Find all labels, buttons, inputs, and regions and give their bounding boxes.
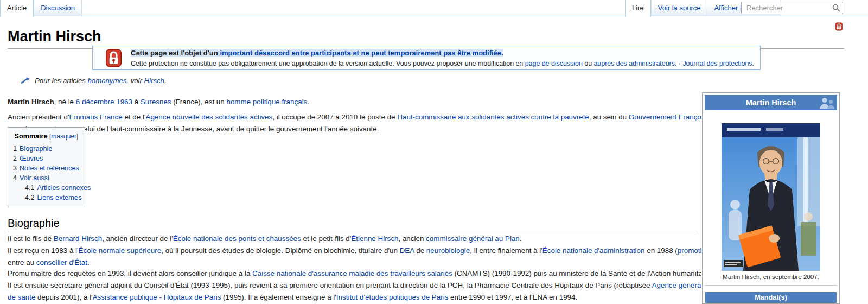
paragraph-bio-4: Il est ensuite secrétaire général adjoin… <box>8 280 701 303</box>
infobox-title: Martin Hirsch <box>746 98 796 107</box>
wiki-link[interactable]: Emmaüs France <box>69 113 122 121</box>
tab-voir-la-source[interactable]: Voir la source <box>651 0 707 16</box>
section-heading-biographie: Biographie <box>8 217 698 232</box>
wiki-link[interactable]: Agence générale des équipements et produ… <box>652 281 701 289</box>
wiki-link[interactable]: homonymes <box>87 77 126 85</box>
toc-link-liens-externes[interactable]: 4.2Liens externes <box>25 194 81 201</box>
toc-link-voir-aussi[interactable]: 4Voir aussi <box>13 174 49 182</box>
wiki-link[interactable]: homme politique français <box>226 98 307 106</box>
people-silhouettes-icon <box>819 97 835 114</box>
wiki-link[interactable]: promotion Jean Monnet <box>678 246 701 255</box>
wiki-link[interactable]: conseiller d'État <box>36 258 87 267</box>
infobox-divider <box>705 285 837 286</box>
wiki-link[interactable]: École nationale d'administration <box>542 246 645 255</box>
red-padlock-icon <box>106 48 122 72</box>
paragraph-bio-2: Il est reçu en 1983 à l'École normale su… <box>8 245 701 269</box>
paragraph-intro-1: Martin Hirsch, né le 6 décembre 1963 à S… <box>8 96 701 108</box>
protection-banner-headline: Cette page est l'objet d'un important dé… <box>131 48 754 59</box>
infobox-section-mandates: Mandat(s) <box>705 292 837 303</box>
search-button[interactable] <box>832 4 840 14</box>
toc-label: Liens externes <box>37 194 82 201</box>
toc-link-oeuvres[interactable]: 2Œuvres <box>13 155 43 162</box>
toc-item-notes: 3Notes et références <box>8 163 85 173</box>
protection-banner: Cette page est l'objet d'un important dé… <box>92 46 761 70</box>
photo-caption: Martin Hirsch, en septembre 2007. <box>703 273 839 281</box>
wiki-link[interactable]: auprès des administrateurs <box>593 60 674 67</box>
wiki-link[interactable]: Journal des protections <box>682 60 752 67</box>
wiki-link[interactable]: commissaire général au Plan <box>426 235 520 243</box>
toc-link-notes[interactable]: 3Notes et références <box>13 164 79 172</box>
toc-item-biographie: 1Biographie <box>8 143 85 153</box>
tab-lire[interactable]: Lire <box>625 0 651 17</box>
toc-label: Voir aussi <box>20 174 49 182</box>
wiki-link[interactable]: Haut-commissaire aux solidarités actives… <box>397 113 589 121</box>
toc-number: 1 <box>13 145 17 153</box>
hatnote-text: Pour les articles homonymes, voir Hirsch… <box>35 77 167 85</box>
wiki-link[interactable]: Agence nouvelle des solidarités actives <box>145 113 272 121</box>
search-input[interactable] <box>745 3 831 13</box>
wiki-link[interactable]: Hirsch <box>144 77 164 85</box>
page-protection-lock-icon <box>835 22 843 35</box>
wiki-link[interactable]: important désaccord entre participants e… <box>220 49 503 57</box>
toc-number: 4.2 <box>25 194 35 201</box>
wiki-link[interactable]: Suresnes <box>141 98 171 106</box>
wiki-link[interactable]: de santé <box>8 293 35 301</box>
wiki-link[interactable]: masquer <box>51 132 76 140</box>
tab-discussion[interactable]: Discussion <box>34 0 82 16</box>
toc-link-articles-connexes[interactable]: 4.1Articles connexes <box>25 184 91 192</box>
toc-item-voir-aussi: 4Voir aussi <box>8 173 85 182</box>
magnifier-icon <box>832 5 840 14</box>
wiki-link[interactable]: Assistance publique - Hôpitaux de Paris <box>93 293 221 301</box>
protection-banner-detail: Cette protection ne constitue pas obliga… <box>131 59 754 68</box>
toc-number: 2 <box>13 155 17 162</box>
page-tabs: Article Discussion <box>0 0 82 17</box>
toc-number: 4 <box>13 174 17 182</box>
toc-number: 4.1 <box>25 184 35 192</box>
toc-toggle[interactable]: [masquer] <box>49 132 78 140</box>
toc-label: Œuvres <box>20 155 43 162</box>
infobox-header: Martin Hirsch <box>705 95 837 110</box>
wiki-link[interactable]: DEA <box>400 246 414 255</box>
tab-article[interactable]: Article <box>0 0 34 17</box>
paragraph-intro-2: Ancien président d'Emmaüs France et de l… <box>8 111 701 135</box>
table-of-contents: Sommaire [masquer] 1Biographie 2Œuvres 3… <box>8 127 85 207</box>
disambiguation-arrows-icon <box>21 77 31 87</box>
toc-title: Sommaire [masquer] <box>8 132 85 141</box>
toc-label: Articles connexes <box>37 184 91 192</box>
toc-item-oeuvres: 2Œuvres <box>8 153 85 163</box>
wiki-link[interactable]: 6 décembre 1963 <box>76 98 132 106</box>
toc-label: Notes et références <box>20 164 79 172</box>
protection-banner-text: Cette page est l'objet d'un important dé… <box>131 48 754 68</box>
wiki-link[interactable]: Bernard Hirsch <box>54 235 102 243</box>
wiki-link[interactable]: neurobiologie <box>426 246 470 255</box>
wiki-link[interactable]: Gouvernement François Fillon <box>629 113 701 121</box>
hatnote: Pour les articles homonymes, voir Hirsch… <box>21 75 167 87</box>
toc-item-liens-externes: 4.2Liens externes <box>8 192 85 202</box>
paragraph-bio-1: Il est le fils de Bernard Hirsch, ancien… <box>8 233 701 245</box>
wiki-link[interactable]: Étienne Hirsch <box>351 235 398 243</box>
wiki-link[interactable]: page de discussion <box>525 60 583 67</box>
search-box <box>741 2 843 14</box>
toc-label: Biographie <box>20 145 52 153</box>
infobox-politician: Martin Hirsch <box>702 92 840 304</box>
wiki-link[interactable]: École nationale des ponts et chaussées <box>173 235 301 243</box>
toc-title-label: Sommaire <box>15 132 48 140</box>
toc-link-biographie[interactable]: 1Biographie <box>13 145 52 153</box>
paragraph-bio-3: Promu maître des requêtes en 1993, il de… <box>8 268 701 280</box>
wiki-link[interactable]: Caisse nationale d'assurance maladie des… <box>252 269 452 277</box>
portrait-photo <box>722 123 820 271</box>
toc-number: 3 <box>13 164 17 172</box>
wiki-link[interactable]: Institut d'études politiques de Paris <box>336 293 449 301</box>
toc-item-articles-connexes: 4.1Articles connexes <box>8 182 85 192</box>
top-tab-bar: Article Discussion Lire Voir la source A… <box>0 0 868 16</box>
wiki-link[interactable]: École normale supérieure <box>79 246 162 255</box>
